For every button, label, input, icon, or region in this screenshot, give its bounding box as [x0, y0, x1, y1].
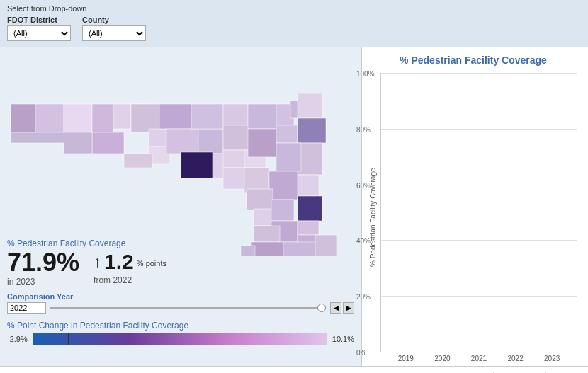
svg-marker-2 [35, 104, 64, 132]
svg-marker-22 [248, 104, 276, 129]
chart-inner: 100%80%60%40%20%0% 20192020202120222023 [380, 73, 577, 362]
svg-marker-9 [149, 129, 166, 147]
x-axis-label: 2020 [424, 355, 461, 362]
x-axis-label: 2021 [460, 355, 497, 362]
main-content: % Pedestrian Facility Coverage 71.9% in … [0, 47, 588, 366]
svg-marker-33 [276, 143, 301, 171]
fdot-district-select[interactable]: (All) [7, 25, 71, 41]
expand-button[interactable]: ⛶ [524, 371, 540, 374]
svg-marker-15 [198, 129, 223, 154]
county-group: County (All) [82, 16, 146, 41]
dropdowns-row: FDOT District (All) County (All) [7, 16, 581, 41]
undo-button[interactable]: ↺ [414, 371, 428, 374]
grid-label: 60% [356, 181, 371, 189]
change-block: ↑ 1.2 % points from 2022 [94, 250, 166, 285]
grid-label: 80% [356, 125, 371, 133]
svg-marker-34 [269, 171, 298, 200]
grid-label: 20% [356, 293, 371, 301]
slider-row: ◀ ▶ [7, 302, 354, 314]
redo-button[interactable]: ↻ [434, 371, 448, 374]
svg-marker-3 [64, 104, 92, 132]
svg-marker-13 [166, 129, 198, 154]
forward-button[interactable]: ⇨ [473, 371, 487, 374]
coverage-year: in 2023 [7, 277, 79, 287]
gradient-bar [33, 333, 327, 345]
download-button[interactable]: ⬇▾ [499, 371, 519, 374]
svg-marker-35 [247, 189, 273, 210]
x-axis-label: 2019 [388, 355, 424, 362]
chart-area: % Pedestrian Facility Coverage 100%80%60… [369, 73, 577, 362]
grid-label: 40% [356, 237, 371, 245]
svg-marker-18 [223, 104, 248, 125]
change-unit: % points [137, 259, 166, 268]
svg-marker-37 [298, 196, 322, 221]
next-year-button[interactable]: ▶ [343, 302, 354, 314]
change-value: 1.2 [104, 250, 134, 274]
fdot-district-label: FDOT District [7, 16, 71, 24]
y-axis-label: % Pedestrian Facility Coverage [369, 73, 377, 362]
undo2-button[interactable]: ↺ [453, 371, 468, 374]
grid-label: 100% [356, 70, 375, 78]
svg-marker-32 [298, 175, 319, 196]
change-row: ↑ 1.2 % points [94, 250, 166, 274]
x-axis-label: 2023 [533, 355, 570, 362]
svg-marker-29 [298, 93, 322, 118]
florida-map [0, 47, 361, 256]
comparison-label: Comparision Year [7, 292, 354, 301]
map-container [0, 47, 361, 256]
x-axis-row: 20192020202120222023 [380, 352, 577, 362]
svg-marker-19 [223, 125, 251, 150]
grid-line: 0% [381, 352, 577, 352]
arrow-up-icon: ↑ [94, 254, 101, 270]
point-change-title: % Point Change in Pedestrian Facility Co… [7, 321, 354, 331]
right-panel: % Pedestrian Facility Coverage % Pedestr… [361, 47, 588, 366]
svg-marker-7 [92, 132, 124, 154]
gradient-min: -2.9% [7, 335, 28, 343]
slider-thumb[interactable] [317, 304, 326, 312]
svg-marker-67 [181, 152, 213, 178]
svg-marker-30 [298, 118, 326, 143]
dropdown-instruction: Select from Drop-down [7, 4, 581, 13]
svg-marker-25 [248, 129, 280, 157]
svg-marker-12 [159, 104, 191, 129]
chart-title: % Pedestrian Facility Coverage [369, 54, 577, 66]
county-label: County [82, 16, 146, 24]
svg-marker-4 [92, 104, 113, 132]
coverage-title: % Pedestrian Facility Coverage [7, 239, 354, 248]
left-panel: % Pedestrian Facility Coverage 71.9% in … [0, 47, 361, 366]
svg-marker-16 [191, 104, 223, 129]
toolbar-actions: ↺ ↻ ↺ ⇨ ⬇▾ ⛶ ↗ Share [414, 371, 581, 374]
change-from: from 2022 [94, 275, 166, 285]
bars-container [381, 73, 577, 352]
svg-marker-5 [113, 104, 131, 129]
fdot-district-group: FDOT District (All) [7, 16, 71, 41]
svg-marker-8 [131, 104, 159, 132]
x-axis-label: 2022 [497, 355, 534, 362]
svg-marker-20 [223, 150, 244, 168]
county-select[interactable]: (All) [82, 25, 146, 41]
slider-track[interactable] [50, 307, 326, 309]
grid-label: 0% [356, 349, 366, 357]
gradient-row: -2.9% 10.1% [7, 333, 354, 345]
svg-marker-38 [271, 200, 294, 221]
gradient-marker [68, 333, 69, 345]
gradient-max: 10.1% [332, 335, 354, 343]
svg-marker-28 [276, 125, 298, 143]
svg-marker-1 [11, 104, 35, 132]
svg-marker-40 [298, 221, 319, 235]
top-bar: Select from Drop-down FDOT District (All… [0, 0, 588, 47]
chart-grid: 100%80%60%40%20%0% [380, 73, 577, 352]
svg-marker-11 [124, 154, 152, 168]
prev-year-button[interactable]: ◀ [330, 302, 341, 314]
coverage-value-block: 71.9% in 2023 [7, 250, 79, 287]
nav-arrows: ◀ ▶ [330, 302, 354, 314]
coverage-value: 71.9% [7, 250, 79, 275]
year-input[interactable] [7, 302, 46, 314]
bottom-toolbar: ✦ View on Tableau Public ↺ ↻ ↺ ⇨ ⬇▾ ⛶ ↗ … [0, 366, 588, 373]
coverage-main-row: 71.9% in 2023 ↑ 1.2 % points from 2022 [7, 250, 354, 287]
info-panel: % Pedestrian Facility Coverage 71.9% in … [7, 239, 354, 345]
